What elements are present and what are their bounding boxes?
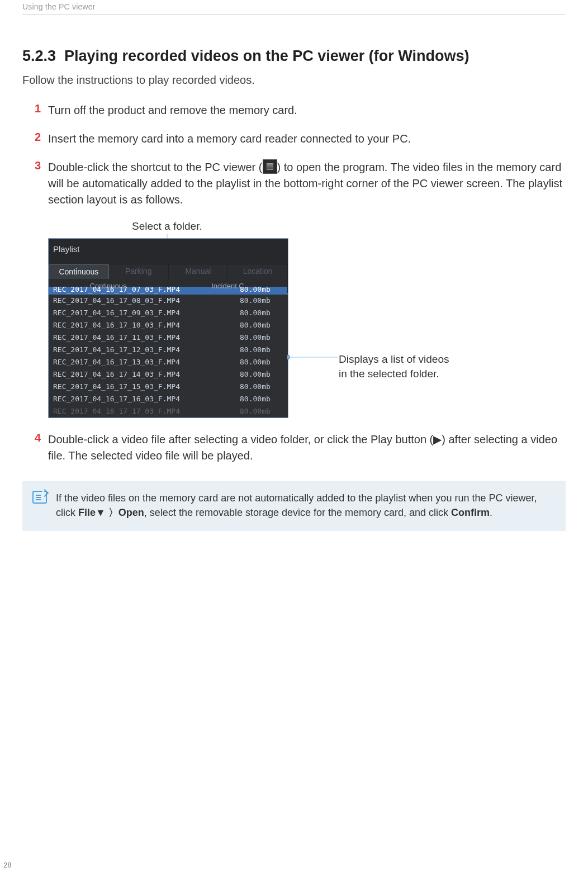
list-item: 3 Double-click the shortcut to the PC vi… — [22, 159, 566, 208]
intro-text: Follow the instructions to play recorded… — [22, 74, 566, 87]
file-name: REC_2017_04_16_17_10_03_F.MP4 — [53, 321, 180, 329]
file-name: REC_2017_04_16_17_11_03_F.MP4 — [53, 333, 180, 342]
step3-pre: Double-click the shortcut to the PC view… — [48, 161, 263, 173]
list-item: 1 Turn off the product and remove the me… — [22, 102, 566, 118]
playlist-panel: Playlist Continuous Parking Manual Locat… — [48, 238, 288, 418]
tab-parking[interactable]: Parking — [109, 264, 169, 279]
callout-right-line2: in the selected folder. — [339, 368, 439, 380]
file-name: REC_2017_04_16_17_14_03_F.MP4 — [53, 370, 180, 378]
section-heading: 5.2.3 Playing recorded videos on the PC … — [22, 48, 566, 65]
file-row[interactable]: REC_2017_04_16_17_11_03_F.MP480.00mb — [49, 331, 288, 344]
tab-continuous[interactable]: Continuous — [49, 264, 109, 279]
file-size: 80.00mb — [240, 370, 283, 378]
file-size: 80.00mb — [240, 395, 283, 403]
file-size: 80.00mb — [240, 382, 283, 391]
step-body: Double-click a video file after selectin… — [48, 432, 566, 464]
step-number: 3 — [35, 159, 48, 172]
step-list: 4 Double-click a video file after select… — [22, 432, 566, 464]
file-row[interactable]: REC_2017_04_16_17_17_03_F.MP480.00mb — [49, 405, 288, 418]
callout-file-list: Displays a list of videos in the selecte… — [339, 352, 449, 381]
file-name: REC_2017_04_16_17_17_03_F.MP4 — [53, 407, 180, 415]
note-confirm-button-name: Confirm — [451, 507, 490, 518]
file-size: 80.00mb — [240, 407, 283, 415]
file-row[interactable]: REC_2017_04_16_17_09_03_F.MP480.00mb — [49, 307, 288, 319]
note-icon — [32, 491, 47, 504]
file-row[interactable]: REC_2017_04_16_17_07_03_F.MP480.00mb — [49, 287, 288, 295]
section-title-text: Playing recorded videos on the PC viewer… — [64, 48, 469, 64]
file-size: 80.00mb — [240, 358, 283, 366]
file-row[interactable]: REC_2017_04_16_17_14_03_F.MP480.00mb — [49, 368, 288, 381]
file-size: 80.00mb — [240, 345, 283, 354]
file-size: 80.00mb — [240, 309, 283, 317]
callout-select-folder: Select a folder. — [132, 220, 566, 233]
note-text-mid: , select the removable storage device fo… — [144, 507, 451, 518]
file-name: REC_2017_04_16_17_07_03_F.MP4 — [53, 287, 180, 292]
note-text-post: . — [490, 507, 492, 518]
file-name: REC_2017_04_16_17_09_03_F.MP4 — [53, 309, 180, 317]
step-number: 1 — [35, 102, 48, 115]
file-name: REC_2017_04_16_17_12_03_F.MP4 — [53, 345, 180, 354]
file-name: REC_2017_04_16_17_13_03_F.MP4 — [53, 358, 180, 366]
file-row[interactable]: REC_2017_04_16_17_15_03_F.MP480.00mb — [49, 381, 288, 393]
breadcrumb-separator-icon: 〉 — [106, 507, 118, 518]
section-number: 5.2.3 — [22, 48, 56, 64]
callout-right-line1: Displays a list of videos — [339, 353, 449, 365]
step-body: Insert the memory card into a memory car… — [48, 131, 411, 147]
file-row[interactable]: REC_2017_04_16_17_10_03_F.MP480.00mb — [49, 319, 288, 331]
note-box: If the video files on the memory card ar… — [22, 481, 566, 531]
file-row[interactable]: REC_2017_04_16_17_12_03_F.MP480.00mb — [49, 344, 288, 356]
tab-manual[interactable]: Manual — [169, 264, 229, 279]
file-row[interactable]: REC_2017_04_16_17_08_03_F.MP480.00mb — [49, 295, 288, 307]
file-size: 80.00mb — [240, 333, 283, 342]
note-file-menu: File▼ — [78, 507, 106, 518]
page-number: 28 — [3, 861, 11, 869]
list-item: 2 Insert the memory card into a memory c… — [22, 131, 566, 147]
file-row[interactable]: REC_2017_04_16_17_16_03_F.MP480.00mb — [49, 393, 288, 405]
step-number: 2 — [35, 131, 48, 144]
file-name: REC_2017_04_16_17_08_03_F.MP4 — [53, 296, 180, 305]
file-name: REC_2017_04_16_17_15_03_F.MP4 — [53, 382, 180, 391]
file-size: 80.00mb — [240, 287, 283, 292]
running-head: Using the PC viewer — [22, 0, 566, 15]
step-list: 1 Turn off the product and remove the me… — [22, 102, 566, 208]
list-item: 4 Double-click a video file after select… — [22, 432, 566, 464]
file-size: 80.00mb — [240, 321, 283, 329]
step-number: 4 — [35, 432, 48, 444]
file-size: 80.00mb — [240, 296, 283, 305]
folder-tabs: Continuous Parking Manual Location — [49, 264, 288, 279]
file-name: REC_2017_04_16_17_16_03_F.MP4 — [53, 395, 180, 403]
step-body: Turn off the product and remove the memo… — [48, 102, 297, 118]
file-row[interactable]: REC_2017_04_16_17_13_03_F.MP480.00mb — [49, 356, 288, 368]
note-open-menu: Open — [118, 507, 144, 518]
playlist-figure: Select a folder. Displays a list of vide… — [48, 220, 566, 418]
file-list: REC_2017_04_16_17_07_03_F.MP480.00mbREC_… — [49, 293, 288, 418]
pc-viewer-shortcut-icon — [263, 159, 277, 174]
tab-location[interactable]: Location — [228, 264, 288, 279]
playlist-title: Playlist — [49, 239, 288, 264]
step-body: Double-click the shortcut to the PC view… — [48, 159, 566, 208]
